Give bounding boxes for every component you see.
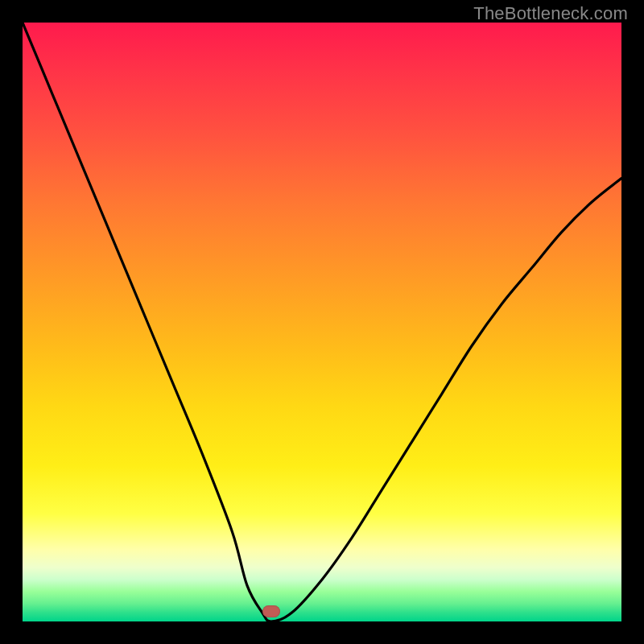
bottleneck-curve — [23, 23, 621, 621]
optimal-point-marker — [262, 605, 280, 617]
watermark-text: TheBottleneck.com — [473, 3, 628, 24]
chart-frame — [23, 23, 621, 621]
plot-area — [23, 23, 621, 621]
